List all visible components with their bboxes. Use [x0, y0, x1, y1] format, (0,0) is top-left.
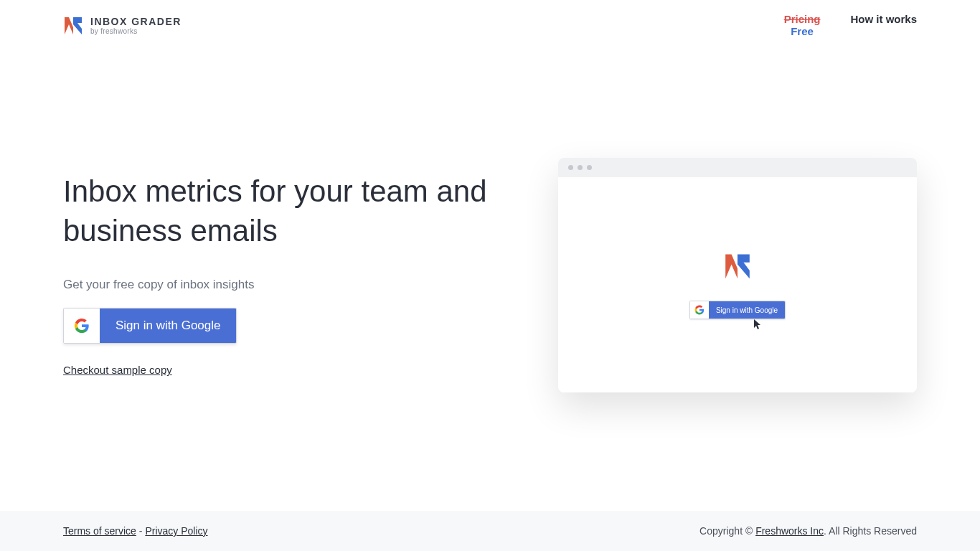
- browser-mockup: Sign in with Google: [558, 158, 917, 392]
- google-signin-button[interactable]: Sign in with Google: [63, 308, 237, 344]
- main-content: Inbox metrics for your team and business…: [0, 50, 980, 392]
- google-button-label: Sign in with Google: [100, 309, 236, 343]
- mockup-logo-icon: [723, 250, 752, 281]
- privacy-link[interactable]: Privacy Policy: [145, 525, 207, 537]
- cursor-icon: [753, 318, 763, 331]
- mockup-signin-button: Sign in with Google: [689, 301, 786, 319]
- nav-how-it-works[interactable]: How it works: [850, 13, 917, 25]
- mockup-signin-container: Sign in with Google: [689, 301, 786, 319]
- google-icon-box: [64, 309, 100, 343]
- hero-subtext: Get your free copy of inbox insights: [63, 278, 515, 292]
- browser-content: Sign in with Google: [558, 177, 917, 392]
- logo[interactable]: INBOX GRADER by freshworks: [63, 14, 182, 36]
- google-logo-icon: [74, 318, 90, 334]
- nav-pricing-strike: Pricing: [784, 13, 821, 25]
- footer: Terms of service - Privacy Policy Copyri…: [0, 511, 980, 551]
- nav-pricing-free: Free: [791, 25, 814, 37]
- browser-dot-icon: [587, 165, 592, 170]
- logo-subtitle: by freshworks: [90, 27, 182, 35]
- browser-dot-icon: [568, 165, 573, 170]
- footer-right: Copyright © Freshworks Inc. All Rights R…: [699, 525, 917, 537]
- mockup-google-logo-icon: [694, 305, 705, 315]
- footer-left: Terms of service - Privacy Policy: [63, 525, 208, 537]
- terms-link[interactable]: Terms of service: [63, 525, 136, 537]
- logo-mark-icon: [63, 14, 83, 36]
- footer-separator: -: [136, 525, 145, 537]
- hero-section: Inbox metrics for your team and business…: [63, 158, 515, 392]
- top-nav: Pricing Free How it works: [784, 13, 917, 37]
- mockup-button-label: Sign in with Google: [709, 301, 785, 319]
- browser-dot-icon: [578, 165, 583, 170]
- mockup-section: Sign in with Google: [558, 158, 917, 392]
- mockup-google-icon-box: [690, 301, 709, 319]
- copyright-prefix: Copyright ©: [699, 525, 755, 537]
- logo-text: INBOX GRADER by freshworks: [90, 16, 182, 35]
- header: INBOX GRADER by freshworks Pricing Free …: [0, 0, 980, 50]
- sample-copy-link[interactable]: Checkout sample copy: [63, 364, 172, 376]
- nav-pricing[interactable]: Pricing Free: [784, 13, 821, 37]
- company-link[interactable]: Freshworks Inc: [755, 525, 824, 537]
- browser-bar: [558, 158, 917, 177]
- logo-title: INBOX GRADER: [90, 16, 182, 27]
- copyright-suffix: . All Rights Reserved: [824, 525, 917, 537]
- hero-headline: Inbox metrics for your team and business…: [63, 172, 515, 250]
